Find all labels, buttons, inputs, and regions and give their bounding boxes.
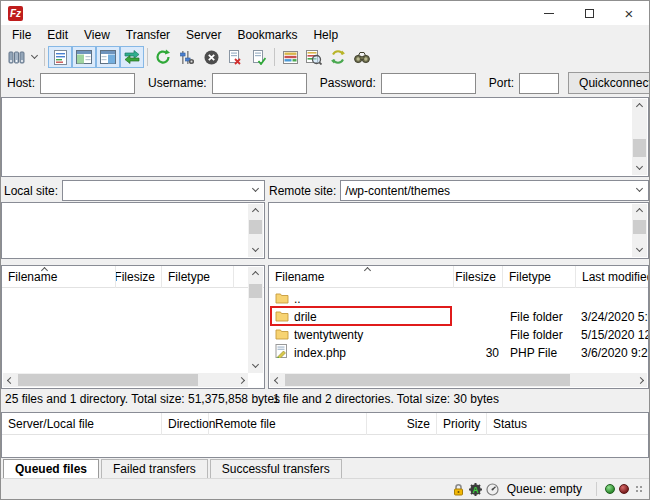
menu-file[interactable]: File [4, 26, 39, 44]
close-icon: × [625, 6, 634, 21]
column-header-last-modified[interactable]: Last modified [576, 266, 648, 288]
message-log-scrollbar[interactable] [632, 99, 647, 175]
column-header-priority[interactable]: Priority [437, 413, 487, 435]
scroll-right-icon[interactable] [633, 373, 647, 387]
sync-browsing-icon [330, 49, 346, 65]
remote-tree [268, 202, 649, 259]
site-manager-dropdown-button[interactable] [28, 46, 41, 68]
synchronized-browsing-button[interactable] [326, 46, 350, 68]
scroll-up-icon[interactable] [248, 267, 263, 282]
column-header-server-local-file[interactable]: Server/Local file [2, 413, 162, 435]
column-header-filetype[interactable]: Filetype [503, 266, 576, 288]
auto-transfer-type-icon[interactable]: A [469, 483, 482, 496]
file-row-twentytwenty[interactable]: twentytwenty File folder 5/15/2020 12: [270, 326, 648, 344]
column-header-filetype[interactable]: Filetype [162, 266, 234, 288]
scroll-down-icon[interactable] [632, 242, 647, 257]
maximize-button[interactable] [569, 1, 609, 25]
tab-failed-transfers[interactable]: Failed transfers [101, 459, 208, 479]
column-header-direction[interactable]: Direction [162, 413, 209, 435]
filter-button[interactable] [278, 46, 302, 68]
tab-successful-transfers[interactable]: Successful transfers [210, 459, 342, 479]
remote-list-hscrollbar[interactable] [270, 373, 647, 387]
process-queue-icon [180, 50, 194, 65]
scroll-down-icon[interactable] [632, 160, 647, 175]
scrollbar-thumb[interactable] [633, 139, 646, 157]
toggle-transfer-queue-button[interactable] [120, 46, 144, 68]
scrollbar-thumb[interactable] [633, 220, 646, 234]
scroll-down-icon[interactable] [248, 242, 263, 257]
speed-limits-icon[interactable] [486, 483, 499, 496]
scrollbar-thumb[interactable] [18, 374, 198, 386]
find-files-button[interactable] [350, 46, 374, 68]
menu-server[interactable]: Server [178, 26, 229, 44]
password-input[interactable] [381, 73, 476, 94]
username-input[interactable] [212, 73, 307, 94]
scroll-up-icon[interactable] [248, 204, 263, 219]
remote-site-row: Remote site: /wp-content/themes [269, 180, 649, 201]
toggle-message-log-button[interactable] [48, 46, 72, 68]
scroll-down-icon[interactable] [248, 358, 263, 373]
remote-tree-scrollbar[interactable] [632, 204, 647, 257]
menu-transfer[interactable]: Transfer [118, 26, 178, 44]
column-header-filename[interactable]: Filename [269, 266, 454, 288]
menu-help[interactable]: Help [305, 26, 346, 44]
php-file-icon [275, 344, 288, 358]
close-button[interactable]: × [609, 1, 649, 25]
lock-icon[interactable] [452, 483, 465, 496]
queue-status-label: Queue: empty [507, 482, 582, 496]
scroll-left-icon[interactable] [3, 373, 17, 387]
filesize: 30 [455, 346, 499, 360]
local-site-combobox[interactable] [62, 180, 265, 201]
toggle-local-tree-button[interactable] [72, 46, 96, 68]
resize-grip[interactable] [635, 485, 643, 493]
file-row-index-php[interactable]: index.php 30 PHP File 3/6/2020 9:23 [270, 344, 648, 362]
menu-edit[interactable]: Edit [39, 26, 76, 44]
disconnect-button[interactable] [223, 46, 247, 68]
local-tree [1, 202, 265, 259]
site-manager-icon [8, 50, 25, 65]
minimize-button[interactable] [529, 1, 569, 25]
column-header-filesize[interactable]: Filesize [116, 266, 162, 288]
local-tree-scrollbar[interactable] [248, 204, 263, 257]
local-list-vscrollbar[interactable] [248, 267, 263, 373]
column-header-filename[interactable]: Filename [2, 266, 116, 288]
scroll-right-icon[interactable] [234, 373, 248, 387]
filezilla-logo-icon: Fz [8, 6, 23, 21]
scroll-up-icon[interactable] [632, 99, 647, 114]
remote-site-value: /wp-content/themes [345, 184, 450, 198]
filter-icon [283, 51, 298, 64]
directory-comparison-button[interactable] [302, 46, 326, 68]
scroll-left-icon[interactable] [270, 373, 284, 387]
compare-icon [306, 50, 322, 65]
process-queue-button[interactable] [175, 46, 199, 68]
port-input[interactable] [519, 73, 559, 94]
reconnect-button[interactable] [247, 46, 271, 68]
local-pane-status: 25 files and 1 directory. Total size: 51… [5, 392, 280, 406]
filename: .. [294, 292, 452, 306]
menu-bookmarks[interactable]: Bookmarks [229, 26, 305, 44]
cancel-button[interactable] [199, 46, 223, 68]
message-log [1, 97, 649, 177]
password-label: Password: [320, 76, 376, 90]
scrollbar-thumb[interactable] [249, 284, 262, 298]
menu-view[interactable]: View [76, 26, 118, 44]
remote-site-combobox[interactable]: /wp-content/themes [340, 180, 649, 201]
column-header-status[interactable]: Status [487, 413, 607, 435]
toggle-remote-tree-button[interactable] [96, 46, 120, 68]
statusbar: A Queue: empty [1, 478, 649, 499]
statusbar-separator [596, 482, 597, 496]
column-header-size[interactable]: Size [367, 413, 437, 435]
filetype: File folder [510, 310, 577, 324]
tab-queued-files[interactable]: Queued files [3, 459, 99, 479]
scrollbar-thumb[interactable] [249, 220, 262, 234]
quickconnect-button[interactable]: Quickconnect [568, 72, 650, 94]
site-manager-button[interactable] [4, 46, 28, 68]
scroll-up-icon[interactable] [632, 204, 647, 219]
column-header-remote-file[interactable]: Remote file [209, 413, 367, 435]
local-list-hscrollbar[interactable] [3, 373, 248, 387]
scrollbar-thumb[interactable] [285, 374, 570, 386]
refresh-button[interactable] [151, 46, 175, 68]
filetype: File folder [510, 328, 577, 342]
host-input[interactable] [40, 73, 135, 94]
column-header-filesize[interactable]: Filesize [454, 266, 503, 288]
